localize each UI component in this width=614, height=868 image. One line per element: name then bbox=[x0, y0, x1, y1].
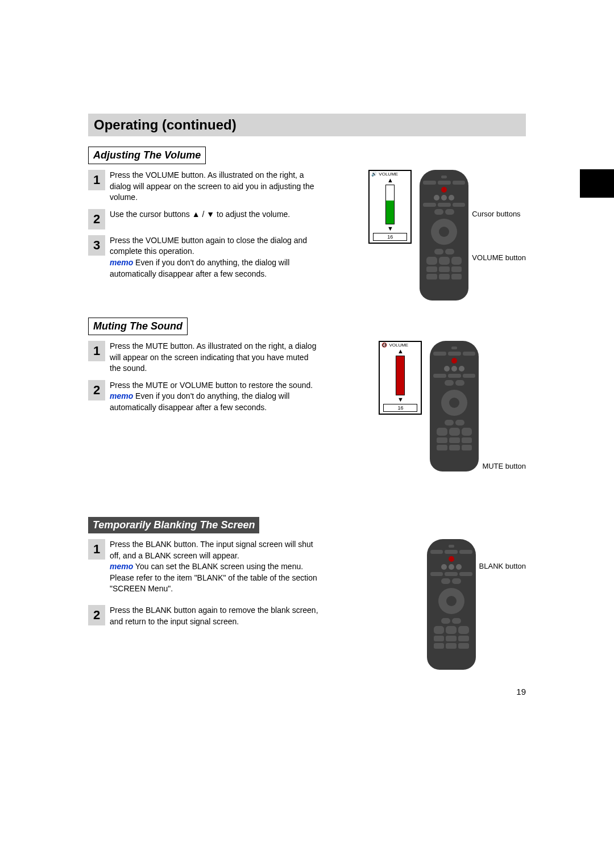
blank-steps: 1 Press the BLANK button. The input sign… bbox=[88, 539, 419, 633]
ir-emitter bbox=[441, 176, 447, 178]
volume-value: 16 bbox=[373, 233, 407, 241]
mute-dialog: 🔇 VOLUME ▲ ▼ 16 bbox=[379, 341, 422, 415]
dialog-label: VOLUME bbox=[389, 343, 408, 348]
remote-column: MUTE button bbox=[430, 341, 526, 500]
keypad bbox=[426, 257, 462, 279]
up-arrow-icon: ▲ bbox=[380, 348, 421, 354]
mute-value: 16 bbox=[383, 404, 417, 412]
cursor-dpad bbox=[441, 390, 467, 416]
keypad bbox=[437, 428, 472, 450]
step-text: Use the cursor buttons ▲ / ▼ to adjust t… bbox=[110, 209, 290, 220]
remote-labels: MUTE button bbox=[482, 341, 526, 500]
step-number: 1 bbox=[88, 341, 105, 361]
remote-column: Cursor buttons VOLUME button bbox=[420, 170, 526, 301]
step: 2 Press the BLANK button again to remove… bbox=[88, 605, 419, 627]
speaker-icon: 🔊 bbox=[371, 172, 377, 177]
text: Press the BLANK button. The input signal… bbox=[110, 540, 313, 560]
memo-text: Even if you don't do anything, the dialo… bbox=[110, 391, 289, 412]
step-text: Press the BLANK button again to remove t… bbox=[110, 605, 320, 627]
cursor-arrows: ▲ / ▼ bbox=[192, 210, 214, 219]
volume-button-label: VOLUME button bbox=[472, 253, 526, 263]
step: 2 Use the cursor buttons ▲ / ▼ to adjust… bbox=[88, 209, 360, 229]
down-arrow-icon: ▼ bbox=[370, 226, 410, 232]
step: 1 Press the MUTE button. As illustrated … bbox=[88, 341, 371, 374]
remote-control-illustration bbox=[430, 341, 479, 471]
mute-steps: 1 Press the MUTE button. As illustrated … bbox=[88, 341, 371, 419]
page-header: Operating (continued) bbox=[88, 114, 526, 136]
volume-bar bbox=[385, 185, 395, 224]
step-text: Press the MUTE button. As illustrated on… bbox=[110, 341, 320, 374]
remote-labels: Cursor buttons VOLUME button bbox=[472, 170, 526, 263]
memo-text: Even if you don't do anything, the dialo… bbox=[110, 258, 289, 278]
volume-row: 1 Press the VOLUME button. As illustrate… bbox=[88, 170, 526, 301]
remote-control-illustration bbox=[420, 170, 468, 301]
mute-row: 1 Press the MUTE button. As illustrated … bbox=[88, 341, 526, 500]
remote-column: BLANK button bbox=[427, 539, 526, 670]
step-text: Press the VOLUME button. As illustrated … bbox=[110, 170, 320, 203]
text: Press the MUTE or VOLUME button to resto… bbox=[110, 381, 313, 390]
volume-bar-fill bbox=[386, 201, 394, 224]
ir-emitter bbox=[449, 545, 454, 548]
mute-bar-fill bbox=[396, 356, 404, 395]
section-title-blank: Temporarily Blanking The Screen bbox=[88, 517, 259, 533]
section-title-volume: Adjusting The Volume bbox=[88, 147, 206, 164]
blank-row: 1 Press the BLANK button. The input sign… bbox=[88, 539, 526, 670]
ir-emitter bbox=[451, 347, 457, 349]
step: 2 Press the MUTE or VOLUME button to res… bbox=[88, 380, 371, 414]
memo-label: memo bbox=[110, 391, 133, 400]
down-arrow-icon: ▼ bbox=[380, 397, 421, 403]
step: 1 Press the BLANK button. The input sign… bbox=[88, 539, 419, 595]
volume-steps: 1 Press the VOLUME button. As illustrate… bbox=[88, 170, 360, 285]
dialog-label: VOLUME bbox=[379, 172, 398, 177]
remote-labels: BLANK button bbox=[479, 539, 526, 571]
power-button bbox=[441, 187, 447, 193]
manual-page: Operating (continued) Adjusting The Volu… bbox=[0, 0, 614, 731]
memo-label: memo bbox=[110, 562, 133, 571]
cursor-dpad bbox=[438, 588, 464, 614]
step-text: Press the BLANK button. The input signal… bbox=[110, 539, 320, 595]
button-row bbox=[423, 195, 465, 201]
text-pre: Use the cursor buttons bbox=[110, 210, 192, 219]
black-side-tab bbox=[580, 169, 614, 198]
step-number: 2 bbox=[88, 605, 105, 625]
page-title: Operating (continued) bbox=[94, 117, 237, 132]
button-row bbox=[423, 181, 465, 185]
blank-button-label: BLANK button bbox=[479, 562, 526, 571]
section-title-mute: Muting The Sound bbox=[88, 318, 188, 335]
step-number: 1 bbox=[88, 170, 105, 190]
up-arrow-icon: ▲ bbox=[370, 177, 410, 183]
step: 1 Press the VOLUME button. As illustrate… bbox=[88, 170, 360, 203]
volume-dialog: 🔊 VOLUME ▲ ▼ 16 bbox=[368, 170, 412, 244]
step-number: 2 bbox=[88, 209, 105, 229]
remote-control-illustration bbox=[427, 539, 476, 670]
button-row bbox=[423, 209, 465, 215]
step: 3 Press the VOLUME button again to close… bbox=[88, 235, 360, 279]
power-button bbox=[449, 556, 454, 562]
cursor-buttons-label: Cursor buttons bbox=[472, 210, 526, 219]
memo-label: memo bbox=[110, 258, 133, 267]
cursor-dpad bbox=[431, 219, 457, 245]
power-button bbox=[451, 358, 457, 364]
step-number: 1 bbox=[88, 539, 105, 560]
text: Press the VOLUME button again to close t… bbox=[110, 236, 307, 256]
page-number: 19 bbox=[88, 687, 526, 696]
step-number: 3 bbox=[88, 235, 105, 256]
button-row bbox=[423, 249, 465, 254]
text-post: to adjust the volume. bbox=[214, 210, 290, 219]
mute-icon: 🔇 bbox=[381, 343, 387, 348]
mute-button-label: MUTE button bbox=[482, 462, 526, 471]
memo-text: You can set the BLANK screen using the m… bbox=[110, 562, 317, 593]
button-row bbox=[423, 203, 465, 207]
step-number: 2 bbox=[88, 380, 105, 400]
button-row bbox=[423, 187, 465, 193]
keypad bbox=[434, 626, 469, 649]
step-text: Press the MUTE or VOLUME button to resto… bbox=[110, 380, 320, 414]
step-text: Press the VOLUME button again to close t… bbox=[110, 235, 320, 279]
mute-bar bbox=[396, 356, 405, 395]
